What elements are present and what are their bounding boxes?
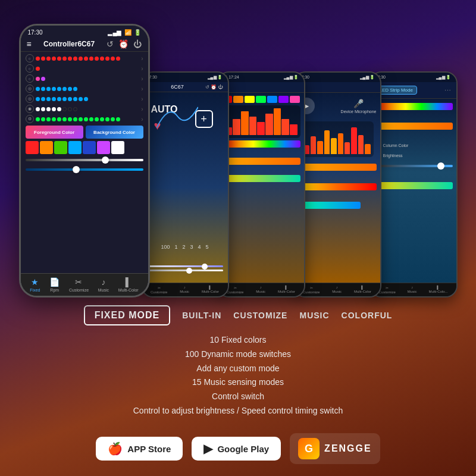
row-icon-2[interactable]: ○: [26, 64, 34, 73]
nav-music[interactable]: ♪ Music: [98, 277, 109, 292]
colorful-slider[interactable]: [374, 162, 453, 170]
sec-nav-music-4[interactable]: ♪ Music: [408, 286, 417, 294]
clock-icon[interactable]: ⏰: [118, 39, 129, 49]
led-arrow-6[interactable]: ›: [141, 106, 143, 112]
fixed-icon: ★: [31, 277, 39, 287]
swatch-orange[interactable]: [40, 141, 53, 154]
swatch-red[interactable]: [26, 141, 39, 154]
swatch-purple[interactable]: [97, 141, 110, 154]
menu-icon[interactable]: ≡: [27, 39, 32, 49]
led-arrow-7[interactable]: ›: [141, 116, 143, 123]
store-buttons: 🍎 APP Store ▶ Google Play G ZENGGE: [90, 427, 386, 470]
swatch-darkblue[interactable]: [83, 141, 96, 154]
customize-nav-label: Customize: [151, 290, 167, 294]
led-arrow-3[interactable]: ›: [141, 76, 143, 82]
led-dot: [57, 57, 61, 61]
led-dot: [41, 87, 45, 91]
builtin-screen: AUTO + ♥ 10012345: [142, 92, 228, 283]
nav-rpm[interactable]: 📄 Rpm: [49, 277, 60, 292]
mode-customize-label[interactable]: CUSTOMIZE: [233, 311, 287, 320]
three-dots-4[interactable]: ···: [298, 174, 377, 181]
grid-cell[interactable]: [267, 96, 277, 103]
led-arrow-5[interactable]: ›: [141, 96, 143, 102]
swatch-green[interactable]: [54, 141, 67, 154]
wave-bar: [249, 117, 257, 136]
led-row-7: ⚙: [26, 115, 143, 123]
dots-4[interactable]: ···: [444, 87, 451, 93]
speed-slider[interactable]: [26, 166, 143, 173]
nav-fixed[interactable]: ★ Fixed: [30, 277, 40, 292]
m3-label: Music: [332, 290, 342, 293]
grid-cell[interactable]: [245, 96, 255, 103]
foreground-color-btn[interactable]: Foreground Color: [26, 126, 83, 139]
sec-nav-mc2[interactable]: ▌ Multi-Color: [278, 286, 295, 294]
sec-nav-mc3[interactable]: ▌ Multi-Color: [354, 286, 371, 294]
icons-h1[interactable]: ↺ ⏰ ⏻: [205, 84, 223, 90]
row-icon-5[interactable]: ◎: [26, 95, 34, 103]
row-icon-7[interactable]: ⚙: [26, 115, 34, 123]
mode-fixed-label[interactable]: FIXED MODE: [84, 305, 171, 325]
sec-nav-mc[interactable]: ▌ Multi-Color: [202, 286, 219, 294]
nav-multicolor[interactable]: ▌ Multi-Color: [118, 277, 139, 292]
three-dots-7[interactable]: ···: [374, 133, 453, 139]
led-dot: [73, 117, 77, 121]
header-action-icons: ↺ ⏰ ⏻: [107, 39, 142, 49]
sec-nav-mc4[interactable]: ▌ Multi-Colo...: [428, 286, 447, 294]
eq-bar: [324, 130, 330, 154]
three-dots-5[interactable]: ···: [298, 193, 377, 199]
wave-bar: [257, 122, 265, 136]
led-arrow[interactable]: ›: [141, 55, 143, 62]
background-color-btn[interactable]: Background Color: [86, 126, 143, 139]
three-dots-6[interactable]: ···: [374, 113, 453, 120]
google-play-button[interactable]: ▶ Google Play: [192, 437, 281, 461]
row-icon-1[interactable]: ○: [26, 54, 34, 62]
wave-bar: [241, 111, 249, 136]
mic-icon[interactable]: 🎤: [353, 99, 364, 108]
modes-section: FIXED MODE BUILT-IN CUSTOMIZE MUSIC COLO…: [6, 300, 470, 330]
sec-nav-music-2[interactable]: ♪ Music: [256, 286, 265, 294]
grid-cell[interactable]: [278, 96, 289, 103]
grid-cell[interactable]: [290, 96, 300, 103]
eq-bar: [365, 144, 370, 155]
three-dots-3[interactable]: ···: [222, 167, 300, 173]
led-dot: [41, 77, 45, 81]
app-store-button[interactable]: 🍎 APP Store: [96, 437, 183, 461]
mode-colorful-label[interactable]: COLORFUL: [342, 311, 393, 320]
feature-5: Control switch: [133, 390, 343, 404]
grid-cell[interactable]: [256, 96, 266, 103]
sec-nav-customize-3[interactable]: ✂ Customize: [303, 286, 320, 294]
led-dot: [62, 107, 67, 111]
brightness-slider[interactable]: [26, 156, 143, 164]
mode-music-label[interactable]: MUSIC: [299, 311, 329, 320]
led-dot: [36, 67, 40, 71]
music-eq: [301, 121, 374, 157]
feature-4: 15 Music sensing modes: [133, 375, 343, 390]
mode-builtin-label[interactable]: BUILT-IN: [182, 311, 221, 320]
three-dots-2[interactable]: ···: [222, 149, 300, 156]
led-arrow-2[interactable]: ›: [141, 65, 143, 72]
power-icon[interactable]: ⏻: [133, 39, 142, 49]
led-dot: [116, 57, 120, 61]
mc3-label: Multi-Color: [354, 290, 371, 293]
sec-nav-customize-2[interactable]: ✂ Customize: [227, 286, 243, 294]
sec-nav-1: ✂ Customize ♪ Music ▌ Multi-Color: [142, 283, 228, 296]
sec-nav-customize[interactable]: ✂ Customize: [151, 286, 167, 294]
customize-icon: ✂: [75, 277, 82, 287]
row-icon-4[interactable]: ◎: [26, 84, 34, 93]
sec-nav-music[interactable]: ♪ Music: [180, 286, 189, 294]
sec-nav-customize-4[interactable]: ✂ Customize: [378, 286, 395, 294]
sec-nav-music-3[interactable]: ♪ Music: [332, 286, 342, 294]
builtin-slider-1[interactable]: [146, 265, 224, 267]
grid-cell[interactable]: [233, 96, 243, 103]
row-icon-6[interactable]: ◉: [26, 105, 34, 113]
nav-multicolor-label: Multi-Color: [118, 288, 139, 292]
builtin-slider-2[interactable]: [146, 270, 224, 271]
led-arrow-4[interactable]: ›: [141, 86, 143, 92]
swatch-white[interactable]: [111, 141, 124, 154]
led-dot: [52, 57, 56, 61]
refresh-icon[interactable]: ↺: [107, 39, 114, 49]
three-dots-8[interactable]: ···: [374, 173, 453, 179]
nav-customize[interactable]: ✂ Customize: [69, 277, 89, 292]
swatch-blue[interactable]: [68, 141, 82, 154]
row-icon-3[interactable]: ○: [26, 74, 34, 83]
